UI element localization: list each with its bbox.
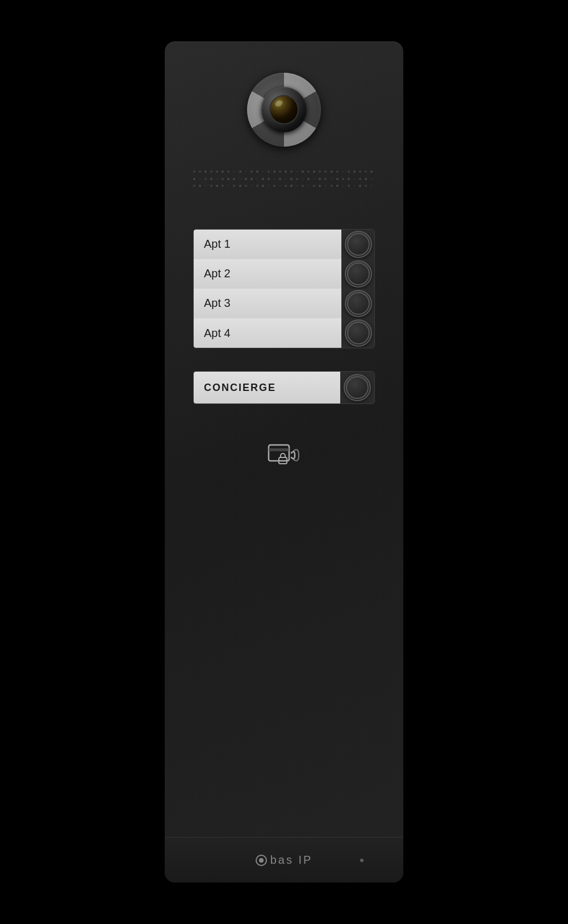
nfc-svg [264,438,304,472]
speaker-dot [227,185,229,187]
apt-group-box: Apt 1 Apt 2 Apt 3 [193,229,375,348]
speaker-area [187,167,381,195]
speaker-dot [324,185,327,187]
apt-row-3: Apt 3 [194,289,375,318]
speaker-dot [193,185,195,187]
apt-2-call-button[interactable] [345,260,372,288]
speaker-dot [313,178,315,180]
speaker-dot [239,185,241,187]
speaker-dot [365,185,367,187]
camera-inner [261,87,307,132]
speaker-dot [204,178,207,180]
speaker-dot [324,178,327,180]
speaker-dot [285,178,287,180]
concierge-section: CONCIERGE [193,371,375,404]
speaker-dot [319,185,321,187]
speaker-dot [296,170,298,173]
apt-4-label: Apt 4 [194,318,341,348]
speaker-dot [302,178,304,180]
access-section [264,438,304,472]
speaker-dot [348,178,350,180]
apt-1-call-button[interactable] [345,231,372,258]
speaker-dot [199,170,201,173]
speaker-dot [273,178,275,180]
speaker-dot [348,185,350,187]
speaker-dot [193,170,195,173]
intercom-device: Apt 1 Apt 2 Apt 3 [165,41,403,883]
speaker-dot [307,170,310,173]
speaker-dot [279,178,281,180]
speaker-dot [370,170,373,173]
apt-row-4: Apt 4 [194,318,375,348]
speaker-dot [262,185,264,187]
speaker-dot [319,178,321,180]
apt-3-call-button[interactable] [345,290,372,317]
apt-4-button-wrap [341,318,375,348]
speaker-dot [245,170,247,173]
speaker-dot [245,185,247,187]
apt-1-label: Apt 1 [194,230,341,259]
speaker-dot [256,185,258,187]
speaker-dot [210,178,212,180]
speaker-dot [239,178,241,180]
camera-lens [269,95,299,124]
speaker-dot [365,178,367,180]
concierge-call-button[interactable] [344,374,371,401]
speaker-dot [268,170,270,173]
apt-row-2: Apt 2 [194,259,375,289]
speaker-dot [307,185,310,187]
speaker-dot [313,185,315,187]
speaker-dot [239,170,241,173]
speaker-dot [370,185,373,187]
speaker-dot [204,185,207,187]
buttons-section: Apt 1 Apt 2 Apt 3 [165,229,403,404]
speaker-dot [342,185,344,187]
apt-4-call-button[interactable] [345,319,372,347]
concierge-button-wrap [340,371,374,404]
brand-logo: bas IP [256,854,313,867]
speaker-dot [359,178,361,180]
speaker-dot [227,170,229,173]
speaker-dot [250,185,253,187]
speaker-dot [331,178,333,180]
speaker-dot [233,170,235,173]
speaker-dot [285,170,287,173]
apt-3-label: Apt 3 [194,289,341,318]
concierge-row: CONCIERGE [193,371,375,404]
brand-name: bas IP [270,854,313,867]
speaker-dot [336,178,339,180]
brand-circle-icon [256,855,267,866]
speaker-dot [216,185,218,187]
speaker-dot [245,178,247,180]
speaker-dot [302,185,304,187]
speaker-dot [210,185,212,187]
svg-rect-1 [269,448,289,451]
speaker-dot [331,170,333,173]
apt-row-1: Apt 1 [194,230,375,259]
concierge-label: CONCIERGE [194,371,340,404]
speaker-dot [210,170,212,173]
main-content: Apt 1 Apt 2 Apt 3 [165,41,403,883]
speaker-dot [307,178,310,180]
speaker-dot [273,170,275,173]
apt-1-button-wrap [341,230,375,259]
speaker-dot [290,185,293,187]
apt-3-button-wrap [341,289,375,318]
speaker-dot [359,170,361,173]
speaker-dot [199,178,201,180]
speaker-dots [193,170,375,191]
speaker-dot [302,170,304,173]
speaker-dot [222,178,224,180]
speaker-dot [313,170,315,173]
apt-2-button-wrap [341,259,375,289]
speaker-dot [324,170,327,173]
speaker-dot [193,178,195,180]
speaker-dot [222,170,224,173]
speaker-dot [348,170,350,173]
speaker-dot [233,178,235,180]
nfc-icon [264,438,304,472]
speaker-dot [290,178,293,180]
speaker-dot [262,170,264,173]
camera-ring-outer [247,73,321,147]
speaker-dot [353,178,356,180]
